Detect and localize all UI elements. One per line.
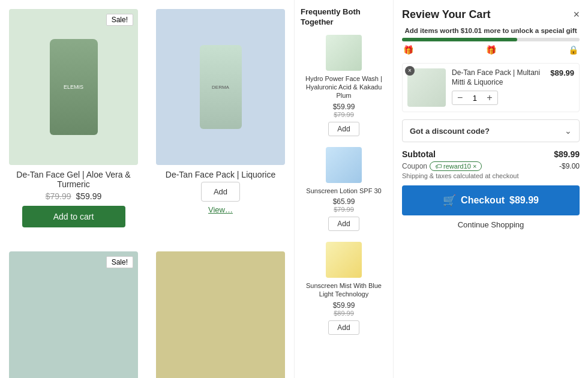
freq-add-button-1[interactable]: Add: [328, 122, 359, 136]
coupon-badge: 🏷 reward10 ×: [430, 161, 482, 171]
cart-item-remove-button[interactable]: ×: [405, 66, 415, 76]
product-price-new-1: $59.99: [76, 191, 101, 201]
derma-bottle-icon: DERMA: [200, 45, 242, 129]
freq-title-2: Sunscreen Lotion SPF 30: [301, 187, 387, 195]
freq-item-2: Sunscreen Lotion SPF 30 $65.99 $79.99 Ad…: [301, 147, 387, 231]
checkout-label: Checkout: [461, 195, 505, 206]
unlock-suffix: more to unlock a special gift: [484, 27, 577, 34]
progress-icon-gift-1: 🎁: [403, 45, 413, 55]
background-grid: Sale! ELEMIS De-Tan Face Gel | Aloe Vera…: [0, 0, 294, 378]
elemis-bottle-icon: ELEMIS: [50, 39, 98, 135]
unlock-bar-area: Add items worth $10.01 more to unlock a …: [402, 27, 580, 55]
freq-price-old-2: $79.99: [301, 206, 387, 213]
checkout-button[interactable]: 🛒 Checkout $89.99: [402, 185, 580, 215]
freq-price-new-3: $59.99: [301, 301, 387, 310]
coupon-row: Coupon 🏷 reward10 × -$9.00: [402, 161, 580, 171]
cart-item-price: $89.99: [550, 68, 574, 77]
subtotal-label: Subtotal: [402, 149, 436, 159]
qty-control: − 1 +: [452, 91, 498, 105]
freq-title-1: Hydro Power Face Wash | Hyaluronic Acid …: [301, 74, 387, 100]
product-image-3: Sale!: [9, 251, 138, 378]
product-image-1: Sale! ELEMIS: [9, 9, 138, 165]
product-card-1: Sale! ELEMIS De-Tan Face Gel | Aloe Vera…: [3, 3, 144, 233]
sale-badge-1: Sale!: [106, 14, 133, 26]
view-link[interactable]: View…: [156, 205, 285, 214]
sale-badge-3: Sale!: [106, 256, 133, 268]
qty-decrease-button[interactable]: −: [452, 91, 467, 104]
product-price-old-1: $79.99: [46, 191, 71, 201]
coupon-code-text: reward10: [443, 163, 471, 170]
product-card-2: DERMA De-Tan Face Pack | Liquorice Add V…: [150, 3, 291, 233]
coupon-tag-icon: 🏷: [435, 163, 442, 170]
product-card-3: Sale!: [3, 245, 144, 378]
cart-panel: Review Your Cart × Add items worth $10.0…: [393, 0, 588, 378]
subtotal-row: Subtotal $89.99: [402, 149, 580, 159]
chevron-down-icon: ⌄: [565, 126, 572, 136]
cart-icon: 🛒: [443, 194, 456, 207]
freq-price-new-1: $59.99: [301, 103, 387, 111]
product-image-4: [156, 251, 285, 378]
freq-image-1: [326, 35, 362, 71]
freq-add-button-2[interactable]: Add: [328, 217, 359, 231]
cart-item-0: × De-Tan Face Pack | Multani Mitti & Liq…: [402, 63, 580, 112]
coupon-label: Coupon: [402, 162, 427, 170]
cart-close-button[interactable]: ×: [573, 8, 580, 21]
freq-image-3: [326, 242, 362, 278]
coupon-discount-value: -$9.00: [559, 162, 580, 170]
product-image-2: DERMA: [156, 9, 285, 165]
checkout-price: $89.99: [509, 195, 539, 206]
coupon-remove-button[interactable]: ×: [473, 163, 476, 170]
frequently-panel: Frequently Both Together Hydro Power Fac…: [294, 0, 393, 378]
add-button-2[interactable]: Add: [201, 182, 240, 202]
cart-item-details: De-Tan Face Pack | Multani Mitti & Liquo…: [452, 68, 550, 105]
product-title-1: De-Tan Face Gel | Aloe Vera & Turmeric: [9, 170, 138, 189]
unlock-prefix: Add items worth: [405, 27, 459, 34]
progress-track: [402, 38, 580, 41]
freq-price-old-3: $89.99: [301, 310, 387, 317]
unlock-amount: $10.01: [461, 27, 482, 34]
progress-icon-gift-2: 🎁: [486, 45, 496, 55]
progress-icon-lock: 🔒: [568, 45, 578, 55]
cart-title: Review Your Cart: [402, 8, 490, 21]
subtotal-value: $89.99: [554, 149, 580, 159]
product-price-1: $79.99 $59.99: [9, 191, 138, 201]
product-title-2: De-Tan Face Pack | Liquorice: [156, 170, 285, 179]
product-card-4: [150, 245, 291, 378]
qty-value: 1: [467, 92, 482, 104]
discount-label: Got a discount code?: [410, 127, 490, 136]
cart-header: Review Your Cart ×: [402, 8, 580, 21]
frequently-panel-title: Frequently Both Together: [301, 7, 387, 28]
freq-item-3: Sunscreen Mist With Blue Light Technolog…: [301, 242, 387, 335]
freq-image-2: [326, 147, 362, 183]
freq-price-old-1: $79.99: [301, 111, 387, 118]
progress-fill: [402, 38, 517, 41]
add-to-cart-button-1[interactable]: Add to cart: [22, 206, 125, 227]
freq-add-button-3[interactable]: Add: [328, 320, 359, 335]
continue-shopping-link[interactable]: Continue Shopping: [402, 220, 580, 229]
freq-item-1: Hydro Power Face Wash | Hyaluronic Acid …: [301, 35, 387, 136]
progress-icons: 🎁 🎁 🔒: [402, 45, 580, 55]
cart-item-name: De-Tan Face Pack | Multani Mitti & Liquo…: [452, 68, 550, 87]
freq-title-3: Sunscreen Mist With Blue Light Technolog…: [301, 281, 387, 299]
subtotal-area: Subtotal $89.99 Coupon 🏷 reward10 × -$9.…: [402, 149, 580, 179]
shipping-note: Shipping & taxes calculated at checkout: [402, 172, 580, 179]
freq-price-new-2: $65.99: [301, 197, 387, 206]
discount-code-row[interactable]: Got a discount code? ⌄: [402, 119, 580, 142]
qty-increase-button[interactable]: +: [482, 91, 497, 104]
unlock-text: Add items worth $10.01 more to unlock a …: [402, 27, 580, 34]
